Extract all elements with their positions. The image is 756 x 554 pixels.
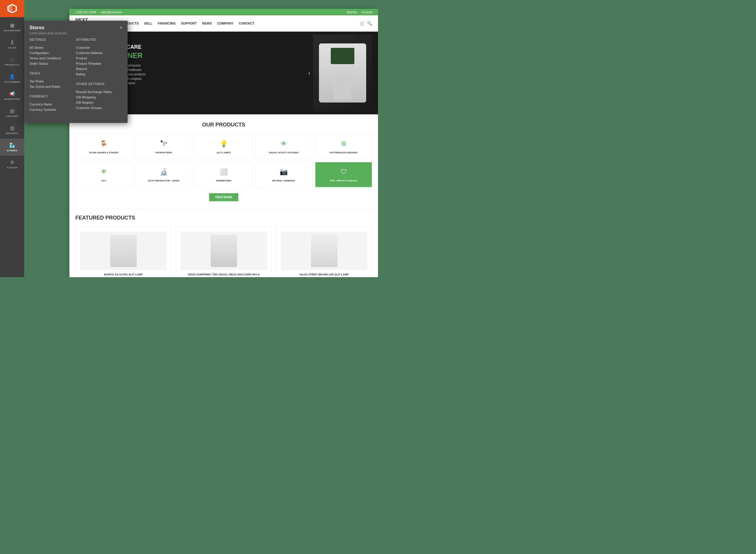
phoropters-label: PHOROPTERS [155,151,172,154]
marketing-icon: 📢 [9,91,15,97]
perimeters-label: PERIMETERS [216,179,231,182]
link-currency-rates[interactable]: Currency Rates [29,102,76,107]
cat-phoropters[interactable]: 🔭 PHOROPTERS [135,134,192,159]
exam-chairs-icon: 🪑 [98,138,110,149]
link-configuration[interactable]: Configuration [29,50,76,56]
link-order-status[interactable]: Order Status [29,61,76,66]
products-icon: □ [11,57,14,62]
cat-slit-lamps[interactable]: 💡 SLIT LAMPS [195,134,252,159]
ppe-label: PPE - BREATH SHIELDS [330,179,357,182]
featured-product-3: HAAG STREIT BM-900 LED SLIT LAMP $9,495.… [276,227,372,277]
product-image-1 [80,232,167,270]
link-customer-address[interactable]: Customer Address [76,50,122,56]
nav-financing[interactable]: FINANCING [158,21,176,25]
topbar-left: 1-833-627-0546 sales@nvivision [75,11,122,14]
sales-label: SALES [8,46,16,49]
cat-patternless[interactable]: ⚙ PATTERNLESS EDGERS [315,134,372,159]
cat-perimeters[interactable]: ⬜ PERIMETERS [195,162,252,187]
content-label: CONTENT [6,115,18,118]
nav-sell[interactable]: SELL [144,21,152,25]
link-gift-registry[interactable]: Gift Registry [76,100,122,105]
link-customer-groups[interactable]: Customer Groups [76,105,122,111]
sidebar-item-customers[interactable]: 👤 CUSTOMERS [0,70,24,87]
admin-panel-subtitle: Lorem ipsum dolor sit ament. [29,32,68,35]
patternless-label: PATTERNLESS EDGERS [330,151,358,154]
sidebar-item-products[interactable]: □ PRODUCTS [0,53,24,70]
email: sales@nvivision [101,11,122,14]
link-tax-rules[interactable]: Tax Rules [29,78,76,84]
products-grid-row1: 🪑 EXAM CHAIRS & STANDS 🔭 PHOROPTERS 💡 SL… [75,134,372,159]
taxes-title: Taxes [29,71,76,76]
link-reward-exchange[interactable]: Reward Exchange Rates [76,89,122,95]
retinal-cameras-icon: 📷 [278,167,290,177]
attributes-title: Attributes [76,38,122,43]
link-all-stores[interactable]: All Stores [29,45,76,50]
link-currency-symbols[interactable]: Currency Symbols [29,107,76,112]
nav-support[interactable]: SUPPORT [181,21,197,25]
exam-chairs-label: EXAM CHAIRS & STANDS [89,151,118,154]
settings-section: Settings All Stores Configuration Terms … [29,38,76,66]
sidebar-item-content[interactable]: ▤ CONTENT [0,104,24,121]
product-name-3: HAAG STREIT BM-900 LED SLIT LAMP [281,273,367,276]
attributes-section: Attributes Customer Customer Address Pro… [76,38,122,77]
admin-panel-close-button[interactable]: × [120,25,122,31]
auto-refractor-label: AUTO REFRACTOR - AR/AK [148,179,180,182]
phoropters-icon: 🔭 [158,138,170,149]
sidebar-item-system[interactable]: ⚙ SYSTEM [0,156,24,173]
sidebar-item-reports[interactable]: ▥ REPORTS [0,121,24,138]
admin-panel-body: Settings All Stores Configuration Terms … [24,38,128,123]
cat-auto-refractor[interactable]: 🔬 AUTO REFRACTOR - AR/AK [135,162,192,187]
link-gift-wrapping[interactable]: Gift Wrapping [76,95,122,100]
sidebar-item-sales[interactable]: $ SALES [0,36,24,53]
slit-lamps-icon: 💡 [218,138,230,149]
hero-arrow-right[interactable]: › [308,70,310,76]
view-more-button[interactable]: VIEW MORE [209,193,238,201]
magento-logo-icon [7,3,17,14]
customers-label: CUSTOMERS [4,81,20,83]
dashboard-icon: ▦ [10,22,14,28]
device-2 [210,235,237,267]
oct-label: OCT [101,179,106,182]
search-icon[interactable]: 🔍 [367,21,372,26]
admin-panel-title: Stores [29,25,68,31]
dashboard-label: DASHBOARD [4,29,21,32]
oct-icon: 👁 [98,167,110,177]
sidebar-item-dashboard[interactable]: ▦ DASHBOARD [0,19,24,36]
ppe-icon: 🛡 [338,167,350,177]
visual-acuity-label: VISUAL ACUITY SYSTEMS [269,151,299,154]
site-topbar: 1-833-627-0546 sales@nvivision Wishlist … [69,9,378,15]
sidebar-item-marketing[interactable]: 📢 MARKETING [0,87,24,104]
cat-oct[interactable]: 👁 OCT [75,162,132,187]
cat-visual-acuity[interactable]: 👁 VISUAL ACUITY SYSTEMS [255,134,312,159]
product-name-1: MARCO G4 ULTRA SLIT LAMP [80,273,167,276]
stores-icon: 🏪 [9,143,15,148]
reports-icon: ▥ [10,125,14,131]
link-customer[interactable]: Customer [76,45,122,50]
wishlist-link[interactable]: Wishlist [347,11,357,14]
device-3 [311,235,337,267]
visual-acuity-icon: 👁 [278,138,290,149]
other-settings-section: Other Settings Reward Exchange Rates Gif… [76,82,122,111]
cart-icon[interactable]: 🛒 [360,21,365,26]
nav-company[interactable]: COMPANY [217,21,233,25]
featured-grid: MARCO G4 ULTRA SLIT LAMP $4,800.00 ADD T… [75,227,372,277]
admin-panel-col-right: Attributes Customer Customer Address Pro… [76,38,122,118]
nav-news[interactable]: NEWS [202,21,212,25]
settings-title: Settings [29,38,76,43]
link-tax-zones[interactable]: Tax Zones and Rates [29,84,76,89]
sidebar-item-stores[interactable]: 🏪 STORES [0,138,24,156]
link-terms[interactable]: Terms and Conditions [29,56,76,61]
patternless-icon: ⚙ [338,138,350,149]
nav-contact[interactable]: CONTACT [239,21,255,25]
link-product[interactable]: Product [76,56,122,61]
link-rating[interactable]: Rating [76,71,122,77]
cat-retinal-cameras[interactable]: 📷 RETINAL CAMERAS [255,162,312,187]
link-product-template[interactable]: Product Template [76,61,122,66]
account-link[interactable]: Account [362,11,372,14]
customers-icon: 👤 [9,74,15,79]
cat-exam-chairs[interactable]: 🪑 EXAM CHAIRS & STANDS [75,134,132,159]
product-image-2 [180,232,267,270]
stores-label: STORES [7,149,17,152]
link-returns[interactable]: Returns [76,66,122,71]
cat-ppe[interactable]: 🛡 PPE - BREATH SHIELDS [315,162,372,187]
